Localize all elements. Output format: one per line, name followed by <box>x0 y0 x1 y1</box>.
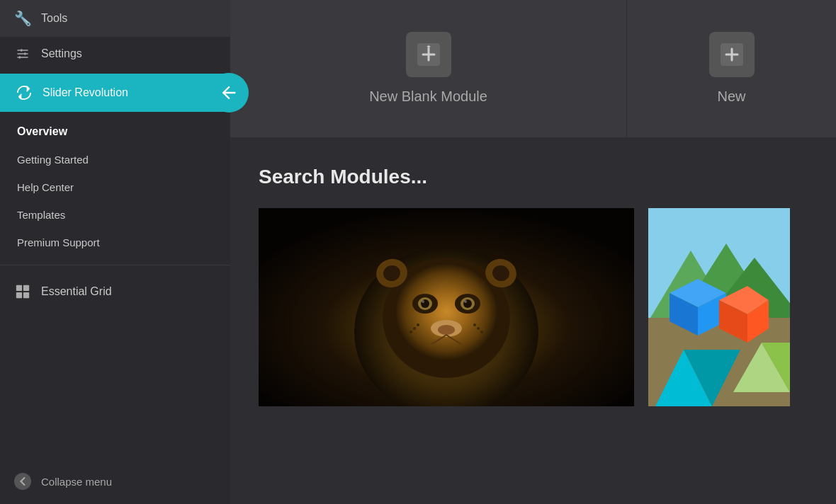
search-section: Search Modules... <box>230 137 836 208</box>
search-modules-title: Search Modules... <box>259 166 808 188</box>
svg-point-22 <box>438 325 455 335</box>
collapse-menu-item[interactable]: Collapse menu <box>0 463 230 504</box>
svg-point-28 <box>480 331 483 333</box>
svg-rect-6 <box>23 292 29 298</box>
collapse-icon <box>14 473 31 490</box>
settings-label: Settings <box>41 47 82 60</box>
submenu: Overview Getting Started Help Center Tem… <box>0 112 230 262</box>
essential-grid-icon <box>14 284 31 299</box>
colorful-thumbnail[interactable] <box>648 208 790 406</box>
svg-point-20 <box>464 300 467 303</box>
submenu-item-help-center[interactable]: Help Center <box>0 173 230 201</box>
top-cards: New Blank Module New <box>230 0 836 137</box>
sidebar-item-settings[interactable]: Settings <box>0 37 230 71</box>
svg-point-19 <box>422 300 424 303</box>
collapse-label: Collapse menu <box>41 476 112 488</box>
svg-rect-3 <box>16 285 22 291</box>
slider-revolution-label: Slider Revolution <box>43 86 128 99</box>
sidebar-item-essential-grid[interactable]: Essential Grid <box>0 274 230 309</box>
slider-revolution-icon <box>16 85 33 101</box>
svg-rect-1 <box>25 52 26 55</box>
svg-point-25 <box>409 331 412 333</box>
essential-grid-label: Essential Grid <box>41 285 112 298</box>
main-content: New Blank Module New Search Modules... <box>230 0 836 504</box>
back-arrow-button[interactable] <box>209 73 249 113</box>
svg-point-7 <box>17 476 29 488</box>
getting-started-label: Getting Started <box>17 154 89 166</box>
premium-support-label: Premium Support <box>17 236 100 248</box>
new-blank-module-label: New Blank Module <box>369 88 487 105</box>
submenu-item-premium-support[interactable]: Premium Support <box>0 229 230 256</box>
new-card-label: New <box>717 88 745 105</box>
submenu-item-templates[interactable]: Templates <box>0 201 230 229</box>
lion-thumbnail[interactable] <box>259 208 634 406</box>
svg-point-27 <box>477 327 480 330</box>
new-card-partial[interactable]: New <box>627 0 836 137</box>
overview-label: Overview <box>17 125 67 137</box>
svg-rect-5 <box>16 292 22 298</box>
settings-icon <box>14 47 31 61</box>
svg-point-26 <box>473 323 476 326</box>
divider <box>0 265 230 265</box>
submenu-item-overview[interactable]: Overview <box>0 118 230 146</box>
thumbnails <box>230 208 836 406</box>
svg-point-23 <box>417 323 419 326</box>
new-blank-module-card[interactable]: New Blank Module <box>230 0 627 137</box>
svg-rect-0 <box>21 49 23 51</box>
svg-rect-4 <box>23 285 29 291</box>
svg-rect-2 <box>19 56 21 58</box>
svg-point-24 <box>413 327 416 330</box>
sidebar: 🔧 Tools Settings Slider Revolution <box>0 0 230 504</box>
new-card-icon <box>709 32 755 77</box>
templates-label: Templates <box>17 209 65 221</box>
tools-label: Tools <box>41 12 67 25</box>
submenu-item-getting-started[interactable]: Getting Started <box>0 146 230 173</box>
tools-icon: 🔧 <box>14 10 31 27</box>
new-blank-module-icon <box>406 32 451 77</box>
sidebar-item-slider-revolution[interactable]: Slider Revolution <box>0 74 230 112</box>
sidebar-item-tools[interactable]: 🔧 Tools <box>0 0 230 37</box>
help-center-label: Help Center <box>17 181 74 193</box>
